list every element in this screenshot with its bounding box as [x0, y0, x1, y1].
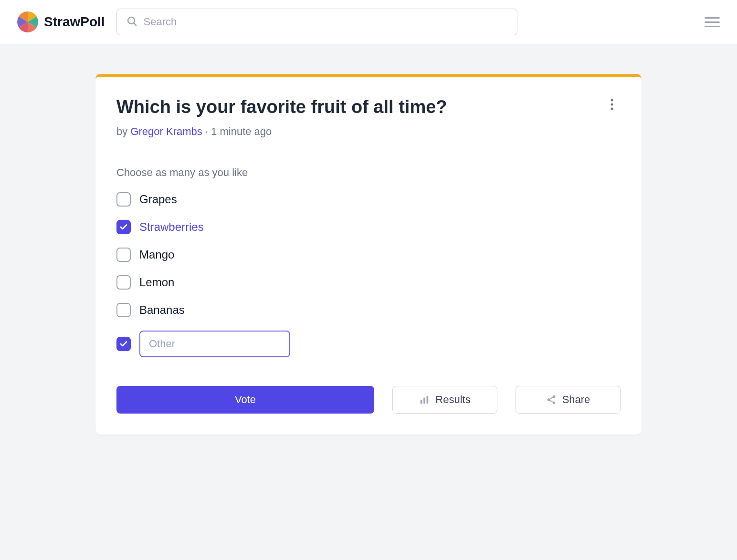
more-options-button[interactable] [603, 96, 621, 113]
poll-header: Which is your favorite fruit of all time… [116, 96, 621, 138]
search-input[interactable] [116, 9, 517, 35]
vote-button[interactable]: Vote [116, 386, 374, 414]
poll-instruction: Choose as many as you like [116, 166, 621, 179]
option-label: Strawberries [139, 220, 204, 234]
option-label: Lemon [139, 276, 174, 289]
svg-point-8 [552, 395, 555, 398]
menu-button[interactable] [705, 14, 720, 30]
checkbox[interactable] [116, 303, 131, 317]
checkbox[interactable] [116, 192, 131, 207]
hamburger-line [705, 21, 720, 23]
brand-name: StrawPoll [44, 14, 105, 30]
poll-option-other[interactable] [116, 331, 621, 357]
option-label: Grapes [139, 193, 177, 206]
share-icon [546, 394, 557, 405]
poll-option[interactable]: Lemon [116, 275, 621, 290]
poll-options: Grapes Strawberries Mango [116, 192, 621, 357]
results-button[interactable]: Results [392, 386, 497, 414]
check-icon [119, 223, 128, 231]
svg-rect-7 [427, 395, 429, 404]
svg-point-3 [611, 104, 613, 106]
option-label: Bananas [139, 303, 185, 317]
search-wrapper [116, 9, 517, 35]
page-container: Which is your favorite fruit of all time… [82, 74, 655, 435]
search-icon [126, 15, 137, 29]
svg-line-1 [134, 23, 136, 25]
poll-option[interactable]: Grapes [116, 192, 621, 207]
results-label: Results [435, 394, 470, 406]
by-prefix: by [116, 125, 130, 137]
poll-byline: by Gregor Krambs · 1 minute ago [116, 125, 447, 138]
byline-separator: · [205, 125, 211, 137]
checkbox[interactable] [116, 337, 131, 351]
poll-option[interactable]: Bananas [116, 303, 621, 317]
brand-logo[interactable]: StrawPoll [17, 11, 105, 32]
poll-actions: Vote Results Share [116, 386, 621, 414]
poll-card: Which is your favorite fruit of all time… [95, 74, 642, 435]
author-link[interactable]: Gregor Krambs [130, 125, 202, 137]
checkbox[interactable] [116, 248, 131, 262]
share-label: Share [562, 394, 590, 406]
checkbox[interactable] [116, 220, 131, 234]
more-vertical-icon [611, 99, 613, 110]
svg-point-10 [552, 401, 555, 404]
poll-title: Which is your favorite fruit of all time… [116, 96, 447, 119]
share-button[interactable]: Share [516, 386, 621, 414]
svg-point-9 [547, 398, 550, 401]
option-label: Mango [139, 248, 174, 261]
check-icon [119, 340, 128, 348]
pie-logo-icon [17, 11, 38, 32]
svg-rect-5 [421, 400, 422, 404]
hamburger-line [705, 17, 720, 19]
vote-label: Vote [235, 394, 256, 406]
other-input[interactable] [139, 331, 290, 357]
poll-timestamp: 1 minute ago [211, 125, 272, 137]
svg-rect-6 [423, 397, 425, 404]
checkbox[interactable] [116, 275, 131, 290]
svg-point-2 [611, 99, 613, 102]
hamburger-line [705, 26, 720, 27]
bar-chart-icon [419, 394, 430, 405]
poll-option[interactable]: Mango [116, 248, 621, 262]
app-header: StrawPoll [0, 0, 737, 44]
svg-point-4 [611, 108, 613, 110]
poll-option[interactable]: Strawberries [116, 220, 621, 234]
